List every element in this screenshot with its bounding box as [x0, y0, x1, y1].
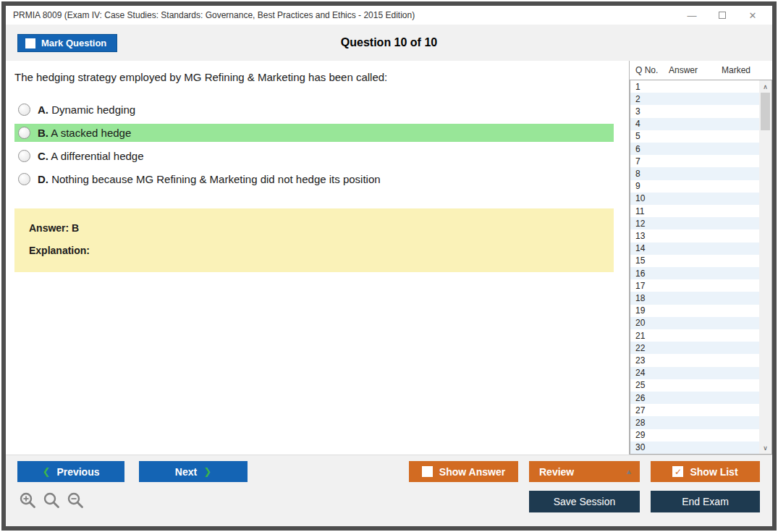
- save-session-label: Save Session: [554, 496, 616, 507]
- chevron-right-icon: ❯: [203, 466, 211, 477]
- zoom-out-icon[interactable]: [67, 491, 85, 510]
- question-list-row[interactable]: 20: [630, 317, 759, 329]
- previous-label: Previous: [56, 466, 99, 478]
- maximize-button[interactable]: [707, 6, 737, 25]
- end-exam-button[interactable]: End Exam: [651, 491, 760, 512]
- question-list-row[interactable]: 25: [630, 379, 759, 392]
- main-area: The hedging strategy employed by MG Refi…: [6, 61, 772, 455]
- scroll-down-icon[interactable]: ∨: [759, 442, 771, 454]
- option-label: D. Nothing because MG Refining & Marketi…: [38, 173, 381, 185]
- question-list-row[interactable]: 1: [630, 80, 759, 93]
- question-list-row[interactable]: 28: [630, 416, 759, 428]
- window-title: PRMIA 8009 (Exam IV: Case Studies: Stand…: [6, 10, 415, 20]
- question-list-row[interactable]: 2: [630, 93, 759, 105]
- show-list-label: Show List: [690, 466, 737, 478]
- question-list-scrollbar[interactable]: ∧ ∨: [759, 80, 771, 454]
- question-list: 1234567891011121314151617181920212223242…: [630, 80, 772, 455]
- minimize-button[interactable]: —: [677, 6, 707, 25]
- answer-value: Answer: B: [29, 222, 599, 234]
- show-answer-checkbox-icon[interactable]: [422, 466, 433, 477]
- question-list-row[interactable]: 13: [630, 229, 759, 242]
- next-button[interactable]: Next ❯: [139, 461, 248, 482]
- question-list-row[interactable]: 16: [630, 267, 759, 279]
- radio-icon[interactable]: [18, 104, 30, 116]
- radio-icon[interactable]: [18, 150, 30, 162]
- end-exam-label: End Exam: [682, 496, 729, 507]
- save-session-button[interactable]: Save Session: [529, 491, 640, 512]
- question-list-row[interactable]: 18: [630, 292, 759, 304]
- previous-button[interactable]: ❮ Previous: [17, 461, 124, 482]
- question-list-row[interactable]: 8: [630, 167, 759, 180]
- chevron-up-icon: ▲: [625, 468, 633, 476]
- option-b[interactable]: B. A stacked hedge: [14, 124, 614, 142]
- question-list-row[interactable]: 29: [630, 429, 759, 442]
- question-list-row[interactable]: 3: [630, 105, 759, 117]
- question-list-row[interactable]: 14: [630, 242, 759, 255]
- question-list-row[interactable]: 17: [630, 279, 759, 292]
- options-list: A. Dynamic hedgingB. A stacked hedgeC. A…: [14, 101, 614, 188]
- question-list-row[interactable]: 4: [630, 118, 759, 130]
- question-list-row[interactable]: 19: [630, 305, 759, 317]
- column-answer: Answer: [669, 65, 722, 75]
- question-list-row[interactable]: 6: [630, 143, 759, 155]
- option-d[interactable]: D. Nothing because MG Refining & Marketi…: [14, 170, 614, 188]
- question-list-row[interactable]: 10: [630, 193, 759, 205]
- question-list-row[interactable]: 26: [630, 392, 759, 404]
- review-button[interactable]: Review ▲: [529, 461, 640, 482]
- column-qno: Q No.: [630, 65, 669, 75]
- explanation-label: Explanation:: [29, 245, 599, 256]
- question-list-row[interactable]: 24: [630, 367, 759, 379]
- maximize-icon: [719, 12, 726, 19]
- radio-icon[interactable]: [18, 173, 30, 185]
- answer-panel: Answer: B Explanation:: [14, 208, 614, 272]
- mark-question-checkbox-icon[interactable]: [25, 38, 35, 48]
- mark-question-button[interactable]: Mark Question: [17, 34, 117, 52]
- close-button[interactable]: ✕: [737, 6, 768, 25]
- question-list-row[interactable]: 15: [630, 255, 759, 267]
- titlebar: PRMIA 8009 (Exam IV: Case Studies: Stand…: [6, 6, 772, 25]
- question-list-row[interactable]: 7: [630, 155, 759, 167]
- question-panel: The hedging strategy employed by MG Refi…: [6, 61, 629, 455]
- window-controls: — ✕: [677, 6, 768, 25]
- radio-icon[interactable]: [18, 127, 30, 139]
- mark-question-label: Mark Question: [41, 38, 106, 48]
- question-text: The hedging strategy employed by MG Refi…: [14, 71, 614, 83]
- option-c[interactable]: C. A differential hedge: [14, 147, 614, 165]
- show-list-button[interactable]: ✓ Show List: [651, 461, 760, 482]
- question-list-sidebar: Q No. Answer Marked 12345678910111213141…: [629, 61, 772, 455]
- header-band: Mark Question Question 10 of 10: [6, 25, 772, 61]
- option-a[interactable]: A. Dynamic hedging: [14, 101, 614, 119]
- show-list-checkbox-icon[interactable]: ✓: [672, 466, 683, 477]
- question-list-row[interactable]: 5: [630, 130, 759, 143]
- option-label: C. A differential hedge: [38, 150, 144, 162]
- footer-bar: ❮ Previous Next ❯ Show Answer Review ▲ ✓…: [6, 455, 772, 526]
- minimize-icon: —: [688, 10, 697, 21]
- option-label: A. Dynamic hedging: [38, 104, 135, 116]
- question-list-row[interactable]: 9: [630, 180, 759, 193]
- question-list-header: Q No. Answer Marked: [630, 61, 772, 80]
- zoom-controls: [19, 491, 85, 510]
- zoom-in-icon[interactable]: [19, 491, 38, 510]
- question-list-row[interactable]: 11: [630, 205, 759, 217]
- close-icon: ✕: [749, 10, 757, 21]
- option-label: B. A stacked hedge: [38, 127, 131, 139]
- question-list-row[interactable]: 23: [630, 354, 759, 366]
- scroll-up-icon[interactable]: ∧: [759, 80, 771, 93]
- question-list-row[interactable]: 21: [630, 329, 759, 342]
- zoom-reset-icon[interactable]: [43, 491, 62, 510]
- question-counter: Question 10 of 10: [341, 36, 437, 49]
- next-label: Next: [175, 466, 197, 478]
- review-label: Review: [539, 466, 574, 478]
- scrollbar-thumb[interactable]: [761, 93, 770, 130]
- question-list-row[interactable]: 30: [630, 442, 759, 454]
- exam-window: PRMIA 8009 (Exam IV: Case Studies: Stand…: [1, 1, 777, 531]
- question-list-body: 1234567891011121314151617181920212223242…: [630, 80, 759, 454]
- show-answer-label: Show Answer: [439, 466, 505, 478]
- question-list-row[interactable]: 27: [630, 404, 759, 416]
- chevron-left-icon: ❮: [42, 466, 50, 477]
- column-marked: Marked: [722, 65, 772, 75]
- show-answer-button[interactable]: Show Answer: [409, 461, 518, 482]
- question-list-row[interactable]: 22: [630, 342, 759, 354]
- question-list-row[interactable]: 12: [630, 217, 759, 229]
